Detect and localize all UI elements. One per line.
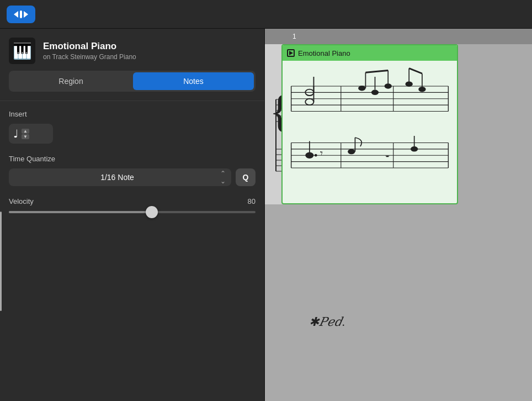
sheet-music: 𝄾 𝄻 xyxy=(283,61,457,203)
arrow-left-icon xyxy=(14,11,18,18)
track-name: Emotional Piano xyxy=(43,41,136,52)
svg-point-54 xyxy=(348,149,355,154)
velocity-slider-track[interactable] xyxy=(9,211,256,213)
left-panel-inner: Insert ♩ ▲ ▼ Time Quantize 1/16 Note ⌃⌄ xyxy=(0,101,264,401)
ped-text: ✱𝑃𝑒𝑑. xyxy=(309,315,345,329)
track-info: 🎹 Emotional Piano on Track Steinway Gran… xyxy=(0,29,264,71)
svg-line-49 xyxy=(409,68,422,73)
score-region: Emotional Piano xyxy=(281,44,458,204)
ruler: 1 xyxy=(265,29,532,44)
piano-icon: 🎹 xyxy=(9,38,35,64)
quantize-value: 1/16 Note xyxy=(14,173,220,182)
region-play-icon xyxy=(287,49,295,57)
velocity-value: 80 xyxy=(248,197,256,205)
insert-stepper[interactable]: ▲ ▼ xyxy=(22,129,29,139)
top-bar xyxy=(0,0,532,29)
arrow-right-icon xyxy=(24,11,28,18)
svg-point-57 xyxy=(411,146,418,151)
stepper-up-btn[interactable]: ▲ xyxy=(22,129,29,134)
svg-point-36 xyxy=(305,99,313,105)
velocity-row: Velocity 80 xyxy=(9,197,256,205)
quantize-chevron-icon: ⌃⌄ xyxy=(220,170,226,185)
quantize-row: 1/16 Note ⌃⌄ Q xyxy=(9,168,256,186)
insert-control[interactable]: ♩ ▲ ▼ xyxy=(9,124,53,144)
track-subtitle: on Track Steinway Grand Piano xyxy=(43,53,136,61)
ruler-mark-1: 1 xyxy=(292,33,296,40)
staff-svg: 𝄾 𝄻 xyxy=(285,65,455,199)
main-content: 🎹 Emotional Piano on Track Steinway Gran… xyxy=(0,29,532,401)
right-panel: 1 { 𝄞 4 4 𝄢 xyxy=(265,29,532,401)
flex-center-icon xyxy=(20,10,22,18)
quantize-label: Time Quantize xyxy=(9,155,256,163)
velocity-label: Velocity xyxy=(9,197,34,205)
quantize-select[interactable]: 1/16 Note ⌃⌄ xyxy=(9,168,231,186)
velocity-slider-fill xyxy=(9,211,152,213)
stepper-down-btn[interactable]: ▼ xyxy=(22,134,29,139)
q-button[interactable]: Q xyxy=(236,168,256,186)
quantize-section: Time Quantize 1/16 Note ⌃⌄ Q xyxy=(0,144,264,186)
velocity-section: Velocity 80 xyxy=(0,186,264,213)
svg-line-44 xyxy=(365,70,388,72)
svg-point-52 xyxy=(315,154,317,157)
tab-row: Region Notes xyxy=(9,71,256,92)
region-title: Emotional Piano xyxy=(298,49,350,57)
track-text: Emotional Piano on Track Steinway Grand … xyxy=(43,41,136,61)
region-play-triangle xyxy=(289,51,293,55)
insert-section: Insert ♩ ▲ ▼ xyxy=(0,101,264,144)
left-panel: 🎹 Emotional Piano on Track Steinway Gran… xyxy=(0,29,265,401)
left-accent xyxy=(0,212,2,311)
velocity-slider-thumb[interactable] xyxy=(146,206,158,218)
svg-point-38 xyxy=(358,86,365,91)
flex-button[interactable] xyxy=(7,6,35,23)
region-header: Emotional Piano xyxy=(283,45,457,61)
svg-text:𝄾: 𝄾 xyxy=(320,151,323,155)
insert-label: Insert xyxy=(9,110,256,118)
svg-point-40 xyxy=(371,90,379,95)
tab-region[interactable]: Region xyxy=(10,72,131,90)
tab-notes[interactable]: Notes xyxy=(133,72,254,90)
note-icon: ♩ xyxy=(13,127,18,140)
